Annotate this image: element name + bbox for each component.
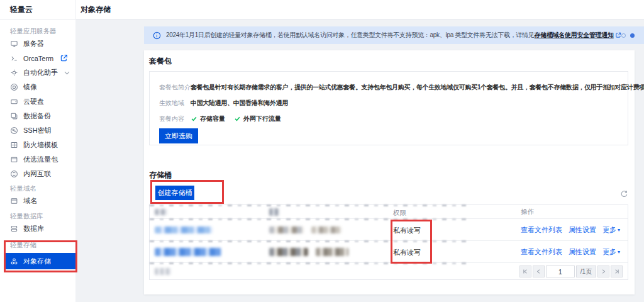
image-icon <box>10 83 18 91</box>
bucket-table: 权限 操作 私有读写查看文件列表属性设置更多▾私有读写查看文件列表属性设置更多▾… <box>149 204 628 280</box>
banner-link[interactable]: 存储桶域名使用安全管理通知 <box>535 31 614 40</box>
info-icon <box>153 31 161 40</box>
top-bar: 轻量云 对象存储 <box>0 0 644 20</box>
sidebar-item-label: 云硬盘 <box>23 97 44 106</box>
sidebar-item-label: 域名 <box>23 196 37 206</box>
package-content-row: 套餐内容 存储容量外网下行流量 <box>159 111 628 126</box>
page-total-label: /1页 <box>576 266 596 277</box>
banner-text: 2024年1月1日后创建的轻量对象存储桶，若使用默认域名访问对象，任意类型文件将… <box>166 31 535 40</box>
sidebar-item-terminal[interactable]: OrcaTerm <box>0 51 75 65</box>
more-dropdown[interactable]: 更多▾ <box>602 225 620 235</box>
create-bucket-button[interactable]: 创建存储桶 <box>155 186 194 200</box>
sidebar-item-backup[interactable]: 数据备份 <box>0 109 75 123</box>
package-intro-label: 套餐包简介 <box>159 83 191 92</box>
package-check-label: 存储容量 <box>200 115 225 123</box>
permission-cell: 私有读写 <box>389 224 521 235</box>
header-divider <box>75 0 76 20</box>
terminal-icon <box>10 54 18 62</box>
mosaic-redaction-line <box>150 204 467 206</box>
blurred-bucket-name[interactable] <box>155 248 221 256</box>
bucket-name-cell <box>150 226 269 233</box>
package-content-checks: 存储容量外网下行流量 <box>191 115 281 123</box>
sidebar-item-label: 数据库 <box>23 224 44 233</box>
package-region-row: 生效地域 中国大陆通用、中国香港和海外通用 <box>159 95 628 111</box>
sidebar-item-database[interactable]: 数据库 <box>0 221 75 236</box>
content-card: 套餐包 套餐包简介 套餐包是针对有长期存储需求的客户，提供的一站式优惠套餐。支持… <box>144 50 635 294</box>
bucket-name-cell <box>150 248 269 256</box>
more-dropdown[interactable]: 更多▾ <box>602 247 620 257</box>
brand-title: 轻量云 <box>10 0 33 20</box>
sidebar-section-label: 轻量应用服务器 <box>0 25 75 36</box>
first-page-button[interactable] <box>519 266 531 277</box>
package-check-item: 外网下行流量 <box>234 115 281 123</box>
carousel-dot-2[interactable] <box>630 33 635 38</box>
blurred-bucket-name[interactable] <box>155 226 213 233</box>
firewall-icon <box>10 141 18 149</box>
sidebar-item-automation[interactable]: 自动化助手 <box>0 65 75 80</box>
sidebar-item-server[interactable]: 服务器 <box>0 36 75 51</box>
traffic-package-icon <box>10 155 18 164</box>
package-content-label: 套餐内容 <box>159 115 191 123</box>
object-storage-icon <box>10 257 18 266</box>
prev-page-button[interactable] <box>533 266 545 277</box>
more-label: 更多 <box>602 247 616 257</box>
automation-icon <box>10 69 18 77</box>
external-link-icon <box>615 32 621 38</box>
property-settings-link[interactable]: 属性设置 <box>569 247 596 257</box>
operation-cell: 查看文件列表属性设置更多▾ <box>521 225 628 235</box>
package-section-title: 套餐包 <box>149 56 172 67</box>
property-settings-link[interactable]: 属性设置 <box>569 225 596 235</box>
permission-cell: 私有读写 <box>389 246 521 257</box>
disk-icon <box>10 98 18 106</box>
sidebar-section-label: 轻量域名 <box>0 182 75 194</box>
blurred-region-text <box>269 226 304 233</box>
sidebar-section-label: 轻量存储 <box>0 239 75 250</box>
next-page-button[interactable] <box>597 266 609 277</box>
sidebar-item-disk[interactable]: 云硬盘 <box>0 94 75 109</box>
table-header-row: 权限 操作 <box>150 205 628 219</box>
refresh-icon[interactable] <box>620 190 628 198</box>
column-header-name <box>150 209 269 215</box>
view-file-list-link[interactable]: 查看文件列表 <box>521 247 562 257</box>
sidebar-item-label: 防火墙模板 <box>23 140 58 150</box>
mosaic-redaction-line <box>150 240 467 242</box>
sidebar-item-domain[interactable]: 域名 <box>0 194 75 208</box>
backup-icon <box>10 112 18 120</box>
sidebar-item-key[interactable]: SSH密钥 <box>0 123 75 138</box>
view-file-list-link[interactable]: 查看文件列表 <box>521 225 562 235</box>
database-icon <box>10 225 18 233</box>
package-check-item: 存储容量 <box>191 115 225 123</box>
mosaic-redaction-line <box>150 262 467 264</box>
column-header-region <box>269 208 389 216</box>
sidebar-item-label: 优选流量包 <box>23 155 58 164</box>
sidebar-item-object-storage[interactable]: 对象存储 <box>5 253 75 269</box>
bucket-section-title: 存储桶 <box>149 170 172 181</box>
blurred-region-text <box>316 248 348 256</box>
permission-value: 私有读写 <box>393 226 421 234</box>
blurred-count-block <box>155 268 171 275</box>
page-title: 对象存储 <box>80 0 111 20</box>
page-number-input[interactable]: 1 <box>546 266 575 277</box>
table-footer: 1 /1页 <box>150 263 628 280</box>
sidebar-item-label: 自动化助手 <box>23 68 58 77</box>
console-app: 轻量云 对象存储 轻量应用服务器服务器OrcaTerm自动化助手镜像云硬盘数据备… <box>0 0 644 302</box>
network-icon <box>10 170 18 178</box>
last-page-button[interactable] <box>611 266 623 277</box>
buy-now-button[interactable]: 立即选购 <box>159 128 198 143</box>
server-icon <box>10 40 18 48</box>
sidebar-item-firewall[interactable]: 防火墙模板 <box>0 138 75 152</box>
sidebar-item-image[interactable]: 镜像 <box>0 80 75 94</box>
operation-cell: 查看文件列表属性设置更多▾ <box>521 247 628 257</box>
pagination: 1 /1页 <box>519 266 623 277</box>
chevron-down-icon <box>63 69 71 77</box>
package-region-value: 中国大陆通用、中国香港和海外通用 <box>191 99 288 108</box>
sidebar-item-network[interactable]: 内网互联 <box>0 167 75 181</box>
bucket-region-cell <box>269 248 389 256</box>
sidebar-item-label: 数据备份 <box>23 111 51 121</box>
permission-value: 私有读写 <box>393 249 421 256</box>
sidebar-item-label: 镜像 <box>23 82 37 92</box>
carousel-dot-1[interactable] <box>621 33 626 38</box>
domain-icon <box>10 197 18 205</box>
sidebar-item-traffic-package[interactable]: 优选流量包 <box>0 152 75 167</box>
sidebar-item-label: 内网互联 <box>23 169 51 179</box>
